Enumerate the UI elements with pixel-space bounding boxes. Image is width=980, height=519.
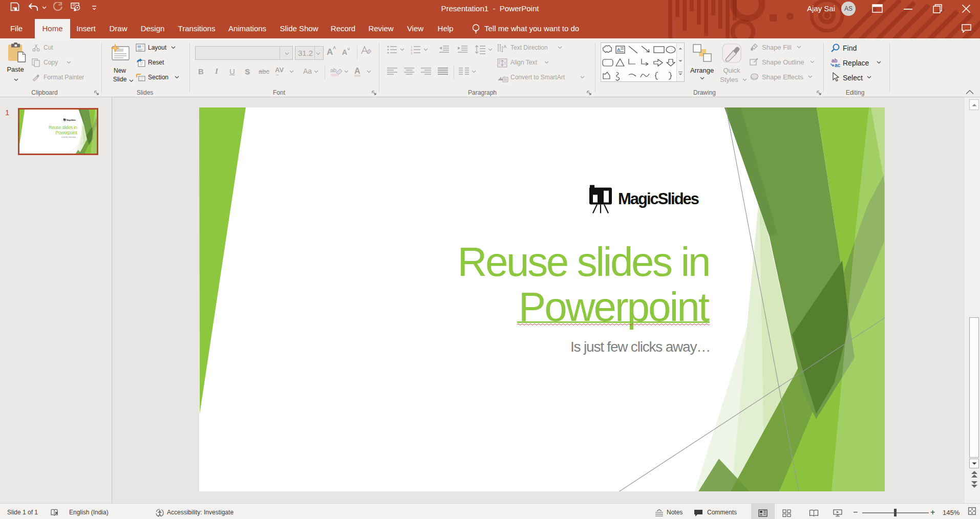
svg-text:A: A (503, 44, 507, 49)
svg-text:ab: ab (330, 67, 336, 73)
svg-text:ac: ac (835, 62, 841, 68)
svg-text:A: A (617, 47, 621, 52)
svg-text:3: 3 (411, 52, 413, 54)
